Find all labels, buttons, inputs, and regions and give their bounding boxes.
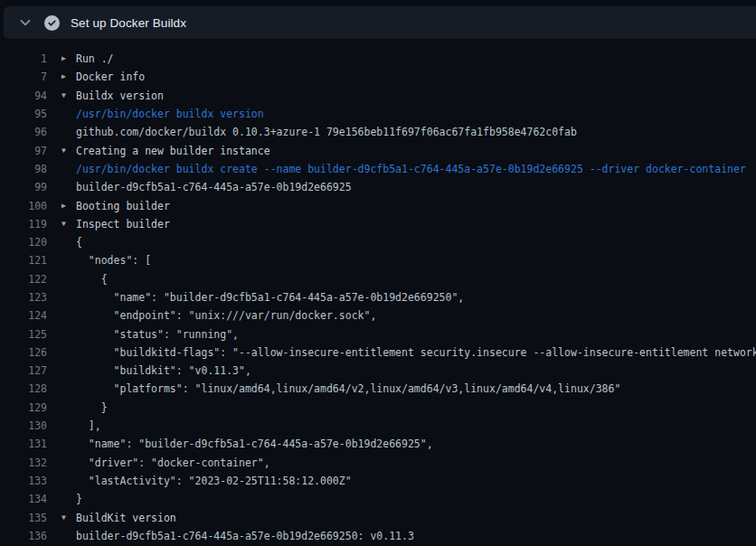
log-text: "nodes": [ (76, 254, 151, 267)
log-text: { (76, 273, 108, 286)
log-text: "name": "builder-d9cfb5a1-c764-445a-a57e… (76, 438, 433, 450)
log-line-row: 129 } (0, 399, 756, 417)
line-number[interactable]: 126 (0, 346, 47, 359)
group-expanded-triangle-icon[interactable]: ▼ (61, 92, 72, 99)
log-group-row[interactable]: 119▼Inspect builder (0, 215, 756, 233)
log-line-row: 134} (0, 490, 756, 508)
log-line-row: 121 "nodes": [ (0, 251, 756, 269)
line-number[interactable]: 1 (0, 52, 47, 65)
line-number[interactable]: 124 (0, 309, 47, 322)
line-number[interactable]: 98 (0, 163, 47, 175)
line-number[interactable]: 136 (0, 530, 47, 542)
step-success-check-circle-icon (43, 14, 60, 31)
log-line-row: 128 "platforms": "linux/amd64,linux/amd6… (0, 380, 756, 398)
log-line-row: 123 "name": "builder-d9cfb5a1-c764-445a-… (0, 288, 756, 306)
log-group-row[interactable]: 1▶Run ./ (0, 50, 756, 68)
line-number[interactable]: 120 (0, 236, 47, 249)
collapse-step-chevron-down-icon[interactable] (14, 12, 36, 33)
group-collapsed-triangle-icon[interactable]: ▶ (61, 73, 72, 80)
group-expanded-triangle-icon[interactable]: ▼ (61, 221, 72, 228)
line-number[interactable]: 99 (0, 181, 47, 193)
log-line-row: 131 "name": "builder-d9cfb5a1-c764-445a-… (0, 435, 756, 453)
step-header[interactable]: Set up Docker Buildx (4, 6, 756, 39)
log-text: builder-d9cfb5a1-c764-445a-a57e-0b19d2e6… (76, 181, 352, 193)
log-line-row: 124 "endpoint": "unix:///var/run/docker.… (0, 306, 756, 325)
line-number[interactable]: 100 (0, 200, 47, 212)
log-text: builder-d9cfb5a1-c764-445a-a57e-0b19d2e6… (76, 530, 414, 542)
command-text: /usr/bin/docker buildx create --name bui… (76, 163, 746, 175)
log-text: github.com/docker/buildx 0.10.3+azure-1 … (76, 126, 577, 138)
log-text: } (76, 401, 108, 414)
group-label: Run ./ (76, 52, 114, 65)
line-number[interactable]: 122 (0, 273, 47, 286)
command-text: /usr/bin/docker buildx version (76, 108, 264, 120)
line-number[interactable]: 129 (0, 401, 47, 414)
log-line-row: 136builder-d9cfb5a1-c764-445a-a57e-0b19d… (0, 527, 756, 545)
log-line-row: 98/usr/bin/docker buildx create --name b… (0, 160, 756, 178)
log-text: "endpoint": "unix:///var/run/docker.sock… (76, 309, 376, 322)
line-number[interactable]: 134 (0, 493, 47, 505)
log-text: "status": "running", (76, 328, 239, 341)
group-expanded-triangle-icon[interactable]: ▼ (61, 514, 72, 522)
log-line-row: 126 "buildkitd-flags": "--allow-insecure… (0, 344, 756, 362)
log-text: { (76, 236, 82, 249)
group-label: BuildKit version (76, 512, 176, 524)
log-line-row: 127 "buildkit": "v0.11.3", (0, 362, 756, 380)
line-number[interactable]: 128 (0, 382, 47, 395)
log-line-row: 125 "status": "running", (0, 325, 756, 343)
log-text: "buildkit": "v0.11.3", (76, 364, 251, 377)
group-collapsed-triangle-icon[interactable]: ▶ (61, 202, 72, 210)
line-number[interactable]: 94 (0, 89, 47, 102)
log-line-row: 96github.com/docker/buildx 0.10.3+azure-… (0, 123, 756, 141)
log-output: 1▶Run ./7▶Docker info94▼Buildx version95… (0, 39, 756, 546)
log-text: } (76, 493, 82, 505)
log-line-row: 99builder-d9cfb5a1-c764-445a-a57e-0b19d2… (0, 178, 756, 196)
line-number[interactable]: 132 (0, 457, 47, 469)
log-text: ], (76, 419, 101, 432)
group-label: Docker info (76, 71, 145, 83)
log-line-row: 133 "lastActivity": "2023-02-25T11:58:12… (0, 472, 756, 490)
group-label: Buildx version (76, 89, 164, 102)
log-text: "buildkitd-flags": "--allow-insecure-ent… (76, 346, 756, 359)
line-number[interactable]: 133 (0, 475, 47, 487)
log-group-row[interactable]: 94▼Buildx version (0, 87, 756, 105)
log-line-row: 120{ (0, 233, 756, 251)
log-group-row[interactable]: 97▼Creating a new builder instance (0, 141, 756, 159)
log-text: "platforms": "linux/amd64,linux/amd64/v2… (76, 382, 620, 395)
group-expanded-triangle-icon[interactable]: ▼ (61, 147, 72, 155)
group-label: Inspect builder (76, 218, 170, 231)
group-label: Creating a new builder instance (76, 145, 270, 157)
group-collapsed-triangle-icon[interactable]: ▶ (61, 55, 72, 62)
line-number[interactable]: 131 (0, 438, 47, 450)
line-number[interactable]: 127 (0, 364, 47, 377)
line-number[interactable]: 130 (0, 419, 47, 432)
line-number[interactable]: 135 (0, 512, 47, 524)
line-number[interactable]: 95 (0, 108, 47, 120)
log-line-row: 130 ], (0, 417, 756, 435)
line-number[interactable]: 123 (0, 291, 47, 304)
log-group-row[interactable]: 7▶Docker info (0, 68, 756, 86)
step-title: Set up Docker Buildx (71, 16, 186, 30)
line-number[interactable]: 121 (0, 254, 47, 267)
log-group-row[interactable]: 135▼BuildKit version (0, 508, 756, 526)
log-text: "driver": "docker-container", (76, 457, 270, 469)
log-text: "name": "builder-d9cfb5a1-c764-445a-a57e… (76, 291, 464, 304)
line-number[interactable]: 125 (0, 328, 47, 341)
line-number[interactable]: 7 (0, 71, 47, 83)
log-line-row: 95/usr/bin/docker buildx version (0, 105, 756, 123)
log-line-row: 122 { (0, 270, 756, 288)
log-group-row[interactable]: 100▶Booting builder (0, 196, 756, 214)
line-number[interactable]: 119 (0, 218, 47, 231)
log-text: "lastActivity": "2023-02-25T11:58:12.000… (76, 475, 352, 487)
group-label: Booting builder (76, 200, 170, 212)
line-number[interactable]: 97 (0, 145, 47, 157)
line-number[interactable]: 96 (0, 126, 47, 138)
log-line-row: 132 "driver": "docker-container", (0, 454, 756, 472)
